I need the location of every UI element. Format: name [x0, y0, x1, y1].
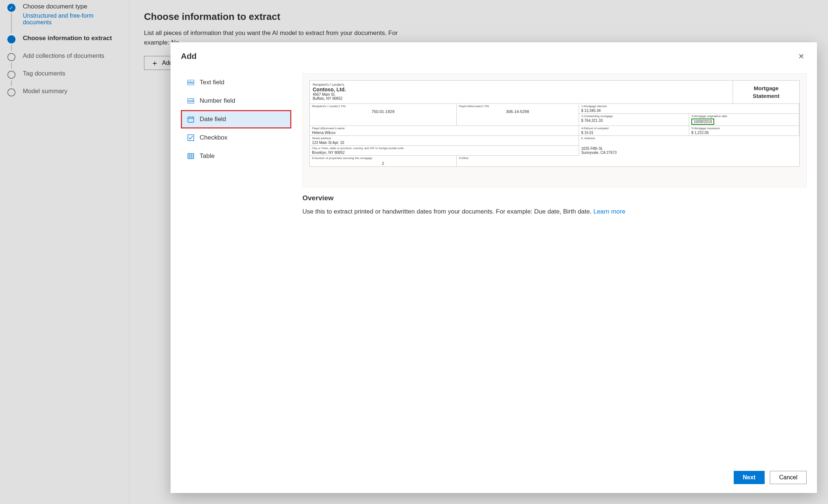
doc-company: Contoso, Ltd. [313, 87, 730, 92]
svg-rect-5 [188, 154, 194, 159]
close-button[interactable]: ✕ [796, 50, 807, 63]
field-label: Date field [200, 116, 226, 123]
svg-rect-4 [188, 135, 194, 141]
doc-addr1: 4567 Main St. [313, 92, 730, 96]
doc-title-2: Statement [737, 92, 796, 100]
field-text[interactable]: Abc Text field [181, 73, 291, 92]
next-button[interactable]: Next [734, 471, 765, 484]
field-label: Text field [200, 79, 224, 86]
cancel-button[interactable]: Cancel [770, 471, 807, 484]
table-field-icon [187, 152, 194, 160]
number-field-icon: 123 [187, 97, 194, 105]
overview-heading: Overview [302, 194, 807, 202]
field-table[interactable]: Table [181, 147, 291, 165]
field-type-list: Abc Text field 123 Number field Date fie… [181, 73, 291, 457]
close-icon: ✕ [798, 52, 804, 60]
modal-title: Add [181, 52, 197, 61]
svg-rect-0 [188, 117, 194, 122]
text-field-icon: Abc [187, 79, 194, 86]
document-preview-image: Recipient's / Lender's Contoso, Ltd. 456… [302, 73, 807, 187]
doc-title-1: Mortgage [737, 84, 796, 92]
overview-text: Use this to extract printed or handwritt… [302, 207, 807, 216]
field-preview: Recipient's / Lender's Contoso, Ltd. 456… [302, 73, 807, 457]
learn-more-link[interactable]: Learn more [593, 208, 625, 215]
field-date[interactable]: Date field [181, 110, 291, 128]
date-field-icon [187, 116, 194, 123]
field-label: Checkbox [200, 134, 228, 141]
field-label: Table [200, 152, 215, 160]
field-label: Number field [200, 97, 235, 105]
highlighted-date: 10/08/2019 [691, 119, 714, 125]
doc-lender-label: Recipient's / Lender's [313, 83, 730, 87]
field-checkbox[interactable]: Checkbox [181, 128, 291, 147]
checkbox-field-icon [187, 134, 194, 141]
add-field-modal: Add ✕ Abc Text field 123 Number field Da… [171, 42, 817, 493]
doc-addr2: Buffalo, NY 90852 [313, 96, 730, 101]
field-number[interactable]: 123 Number field [181, 92, 291, 110]
